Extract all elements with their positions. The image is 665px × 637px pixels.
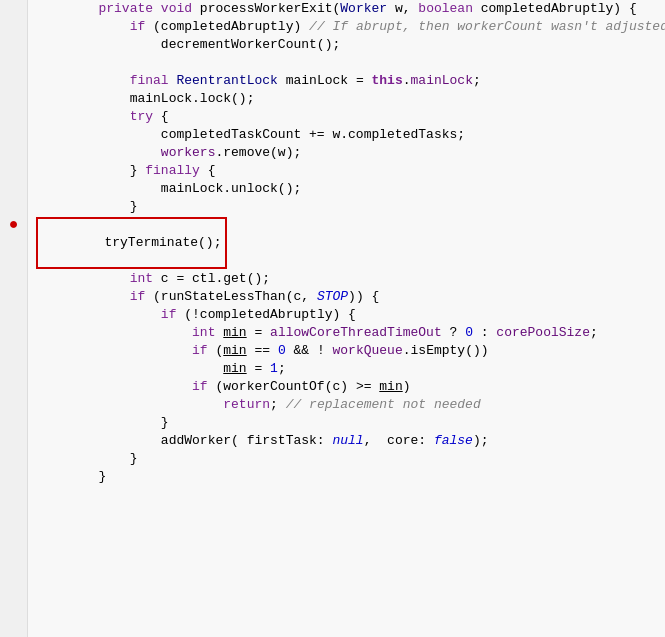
gutter-mark-line-7: [9, 108, 19, 126]
code-line: }: [36, 468, 665, 486]
gutter: ●: [0, 0, 28, 637]
gutter-mark-line-27: [9, 468, 19, 486]
gutter-mark-line-2: [9, 18, 19, 36]
gutter-mark-line-28: [9, 486, 19, 504]
gutter-mark-line-31: [9, 540, 19, 558]
gutter-mark-line-30: [9, 522, 19, 540]
gutter-mark-line-13: ●: [9, 216, 19, 234]
gutter-mark-line-32: [9, 558, 19, 576]
gutter-mark-line-24: [9, 414, 19, 432]
gutter-mark-line-12: [9, 198, 19, 216]
gutter-mark-line-8: [9, 126, 19, 144]
gutter-mark-line-16: [9, 270, 19, 288]
gutter-mark-line-3: [9, 36, 19, 54]
code-area[interactable]: private void processWorkerExit(Worker w,…: [28, 0, 665, 637]
gutter-mark-line-4: [9, 54, 19, 72]
gutter-mark-line-5: [9, 72, 19, 90]
gutter-mark-line-10: [9, 162, 19, 180]
gutter-mark-line-6: [9, 90, 19, 108]
gutter-mark-line-15: [9, 252, 19, 270]
gutter-mark-line-14: [9, 234, 19, 252]
gutter-mark-line-11: [9, 180, 19, 198]
gutter-mark-line-34: [9, 594, 19, 612]
gutter-mark-line-21: [9, 360, 19, 378]
gutter-mark-line-33: [9, 576, 19, 594]
gutter-mark-line-23: [9, 396, 19, 414]
gutter-mark-line-29: [9, 504, 19, 522]
code-line: decrementWorkerCount();: [36, 36, 665, 54]
gutter-mark-line-19: [9, 324, 19, 342]
gutter-mark-line-18: [9, 306, 19, 324]
gutter-mark-line-22: [9, 378, 19, 396]
code-line: }: [36, 450, 665, 468]
code-line: }: [36, 198, 665, 216]
gutter-mark-line-25: [9, 432, 19, 450]
gutter-mark-line-1: [9, 0, 19, 18]
gutter-mark-line-20: [9, 342, 19, 360]
gutter-mark-line-9: [9, 144, 19, 162]
gutter-mark-line-17: [9, 288, 19, 306]
highlighted-code-line: tryTerminate();: [36, 234, 665, 252]
gutter-mark-line-26: [9, 450, 19, 468]
editor-container: ● private void processWorkerExit(Worker …: [0, 0, 665, 637]
